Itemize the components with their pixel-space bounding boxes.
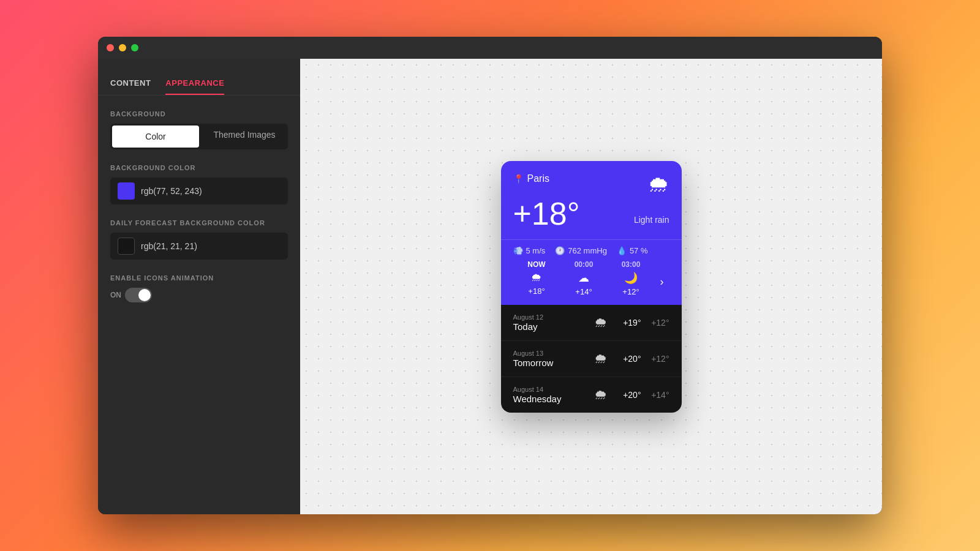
daily-temps-wednesday: +20° +14° [618,390,669,400]
hour-label-0300: 03:00 [622,260,641,269]
weather-cloud-icon: 🌧 [647,173,669,195]
close-button[interactable] [107,44,114,51]
app-window: CONTENT APPEARANCE BACKGROUND Color Them… [98,37,882,514]
bg-color-swatch [118,182,135,200]
daily-temps-tomorrow: +20° +12° [618,354,669,364]
daily-row-wednesday: August 14 Wednesday 🌧 +20° +14° [501,377,682,413]
hourly-stats: 💨 5 m/s 🕐 762 mmHg 💧 57 % [513,246,669,255]
daily-bg-color-swatch [118,238,135,255]
hourly-next-button[interactable]: › [660,276,664,288]
hourly-times: NOW 🌧 +18° 00:00 ☁ +14° 03:00 🌙 +1 [513,260,669,296]
main-temperature: +18° [513,198,580,230]
background-toggle-group: Color Themed Images [110,124,288,149]
humidity-icon: 💧 [617,246,627,255]
app-body: CONTENT APPEARANCE BACKGROUND Color Them… [98,59,882,514]
city-name: Paris [527,173,549,184]
hour-icon-0300: 🌙 [624,271,638,285]
daily-day-today: Today [513,321,584,332]
daily-row-today: August 12 Today 🌧 +19° +12° [501,305,682,341]
animation-toggle[interactable]: ON [110,288,288,302]
pressure-value: 762 mmHg [568,246,607,255]
background-section: BACKGROUND Color Themed Images [110,110,288,149]
hour-temp-0000: +14° [575,287,592,296]
sidebar-tabs: CONTENT APPEARANCE [98,59,300,96]
daily-bg-section: DAILY FORECAST BACKGROUND COLOR rgb(21, … [110,219,288,260]
daily-date-col-wednesday: August 14 Wednesday [513,386,584,404]
hourly-col-0300: 03:00 🌙 +12° [608,260,655,296]
hour-temp-now: +18° [528,287,545,296]
hour-temp-0300: +12° [622,287,639,296]
daily-bg-color-value: rgb(21, 21, 21) [141,241,197,251]
weather-header: 📍 Paris 🌧 [513,173,669,195]
bg-color-value: rgb(77, 52, 243) [141,186,202,196]
daily-date-tomorrow: August 13 [513,350,584,357]
daily-bg-label: DAILY FORECAST BACKGROUND COLOR [110,219,288,227]
switch-track[interactable] [125,288,152,302]
background-themed-btn[interactable]: Themed Images [201,124,288,149]
daily-high-tomorrow: +20° [618,354,641,364]
title-bar [98,37,882,59]
daily-date-wednesday: August 14 [513,386,584,393]
daily-day-tomorrow: Tomorrow [513,358,584,368]
toggle-on-label: ON [110,291,121,299]
hourly-col-0000: 00:00 ☁ +14° [560,260,608,296]
hourly-col-now: NOW 🌧 +18° [513,260,560,296]
tab-content[interactable]: CONTENT [110,71,151,95]
daily-high-wednesday: +20° [618,390,641,400]
bg-color-section: BACKGROUND COLOR rgb(77, 52, 243) [110,164,288,204]
hour-icon-0000: ☁ [578,271,589,285]
wind-stat: 💨 5 m/s [513,246,546,255]
minimize-button[interactable] [119,44,126,51]
daily-day-wednesday: Wednesday [513,394,584,404]
weather-top: 📍 Paris 🌧 +18° Light rain [501,161,682,239]
animation-label: ENABLE ICONS ANIMATION [110,274,288,282]
daily-bg-color-row[interactable]: rgb(21, 21, 21) [110,233,288,260]
hour-label-0000: 00:00 [575,260,594,269]
weather-widget: 📍 Paris 🌧 +18° Light rain 💨 [501,161,682,413]
location-icon: 📍 [513,174,524,184]
switch-thumb [138,289,151,301]
weather-bottom: August 12 Today 🌧 +19° +12° August 13 To… [501,305,682,413]
condition-label: Light rain [634,215,669,225]
hourly-chevron-col: › [655,268,669,288]
daily-low-wednesday: +14° [646,390,669,400]
maximize-button[interactable] [131,44,138,51]
humidity-value: 57 % [630,246,648,255]
daily-low-today: +12° [646,318,669,328]
daily-icon-today: 🌧 [590,315,612,331]
tab-appearance[interactable]: APPEARANCE [165,71,224,95]
daily-high-today: +19° [618,318,641,328]
background-color-btn[interactable]: Color [112,126,199,148]
daily-temps-today: +19° +12° [618,318,669,328]
daily-date-today: August 12 [513,313,584,321]
main-canvas: 📍 Paris 🌧 +18° Light rain 💨 [300,59,882,514]
hourly-section: 💨 5 m/s 🕐 762 mmHg 💧 57 % [501,239,682,305]
daily-date-col-today: August 12 Today [513,313,584,332]
temp-row: +18° Light rain [513,198,669,239]
daily-date-col-tomorrow: August 13 Tomorrow [513,350,584,368]
hour-icon-now: 🌧 [531,271,542,284]
daily-icon-wednesday: 🌧 [590,387,612,403]
pressure-icon: 🕐 [555,246,565,255]
wind-value: 5 m/s [526,246,546,255]
daily-row-tomorrow: August 13 Tomorrow 🌧 +20° +12° [501,341,682,377]
bg-color-label: BACKGROUND COLOR [110,164,288,171]
city-row: 📍 Paris [513,173,549,184]
daily-low-tomorrow: +12° [646,354,669,364]
hour-label-now: NOW [527,260,545,269]
humidity-stat: 💧 57 % [617,246,648,255]
wind-icon: 💨 [513,246,523,255]
bg-color-row[interactable]: rgb(77, 52, 243) [110,178,288,204]
background-label: BACKGROUND [110,110,288,118]
pressure-stat: 🕐 762 mmHg [555,246,607,255]
sidebar: CONTENT APPEARANCE BACKGROUND Color Them… [98,59,300,514]
sidebar-content: BACKGROUND Color Themed Images BACKGROUN… [98,96,300,317]
animation-section: ENABLE ICONS ANIMATION ON [110,274,288,302]
daily-icon-tomorrow: 🌧 [590,351,612,367]
